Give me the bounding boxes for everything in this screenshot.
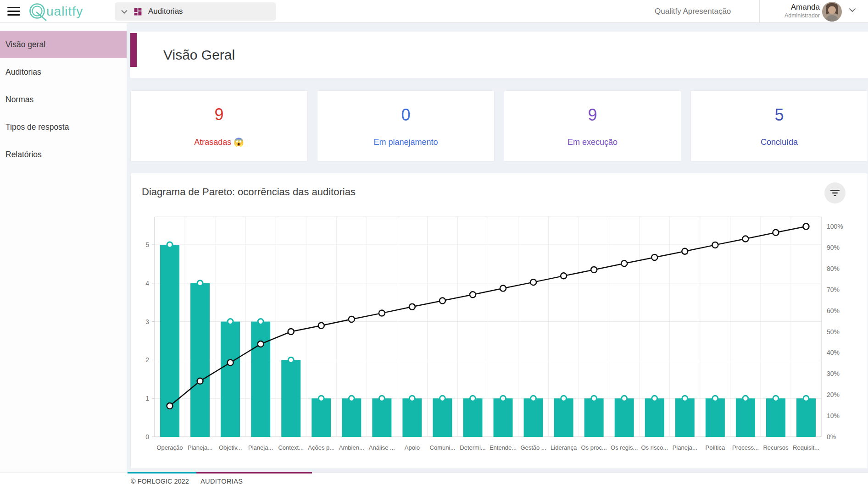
bar-marker (470, 396, 475, 401)
cumulative-point[interactable] (197, 378, 203, 384)
right-axis-label: 100% (827, 223, 843, 230)
stat-label: Em execução (568, 138, 618, 147)
bar-marker (622, 396, 627, 401)
cumulative-point[interactable] (258, 341, 264, 347)
bar-acoes-p[interactable] (312, 398, 331, 437)
bar-entende[interactable] (494, 398, 513, 437)
bar-politica[interactable] (706, 398, 725, 437)
user-menu[interactable]: Amanda Administrador (785, 2, 820, 19)
sidebar-item-auditorias[interactable]: Auditorias (0, 58, 127, 86)
cumulative-point[interactable] (379, 310, 385, 316)
x-axis-label: Comuni... (430, 444, 456, 451)
footer: © FORLOGIC 2022 AUDITORIAS (0, 473, 868, 490)
cumulative-point[interactable] (349, 316, 355, 322)
sidebar-item-relatorios[interactable]: Relatórios (0, 141, 127, 168)
cumulative-point[interactable] (470, 292, 476, 297)
cumulative-point[interactable] (288, 329, 294, 335)
qualitfy-logo[interactable]: ualitfy (27, 1, 114, 22)
bar-marker (652, 396, 657, 401)
bar-lideranca[interactable] (554, 398, 573, 437)
cumulative-point[interactable] (651, 254, 657, 260)
stat-value: 9 (588, 105, 597, 125)
x-axis-label: Context... (278, 444, 304, 451)
stat-card-em-planejamento[interactable]: 0Em planejamento (317, 90, 495, 162)
bar-apoio[interactable] (402, 398, 422, 437)
bar-marker (258, 319, 263, 325)
bar-analise[interactable] (372, 398, 391, 437)
x-axis-label: Os proc... (581, 444, 606, 451)
bar-recursos[interactable] (766, 398, 785, 437)
bar-context[interactable] (281, 360, 300, 437)
bar-planeja[interactable] (675, 398, 695, 437)
bar-ambien[interactable] (342, 398, 361, 437)
pareto-chart: 0123450%10%20%30%40%50%60%70%80%90%100%O… (131, 173, 868, 469)
cumulative-point[interactable] (773, 230, 779, 236)
cumulative-point[interactable] (409, 304, 415, 310)
right-axis-label: 0% (827, 433, 836, 440)
bar-planeja[interactable] (251, 322, 270, 437)
sidebar-item-tipos-de-resposta[interactable]: Tipos de resposta (0, 113, 127, 141)
page-title-band: Visão Geral (130, 32, 868, 78)
bar-marker (288, 357, 294, 363)
bar-gestao[interactable] (524, 398, 543, 437)
bar-marker (803, 396, 809, 401)
cumulative-point[interactable] (530, 279, 536, 285)
x-axis-label: Planeja... (673, 444, 697, 451)
cumulative-point[interactable] (561, 273, 567, 279)
footer-tab-auditorias[interactable]: AUDITORIAS (200, 473, 243, 490)
bar-marker (318, 396, 324, 401)
user-role: Administrador (785, 12, 820, 19)
user-menu-chevron-icon[interactable] (849, 8, 856, 12)
sidebar-list: Visão geralAuditoriasNormasTipos de resp… (0, 23, 127, 168)
stat-label: Em planejamento (373, 138, 438, 147)
module-selector[interactable]: Auditorias (115, 2, 276, 21)
cumulative-point[interactable] (318, 323, 324, 329)
x-axis-label: Análise ... (369, 444, 395, 451)
cumulative-point[interactable] (803, 224, 809, 230)
pareto-chart-card: Diagrama de Pareto: ocorrências das audi… (130, 173, 868, 469)
sidebar-item-visao-geral[interactable]: Visão geral (0, 31, 127, 58)
bar-process[interactable] (736, 398, 755, 437)
x-axis-label: Os risco... (641, 444, 668, 451)
bar-marker (561, 396, 567, 401)
bar-marker (197, 281, 203, 286)
stat-card-atrasadas[interactable]: 9Atrasadas 😱 (130, 90, 308, 162)
cumulative-point[interactable] (167, 403, 173, 409)
bar-determi[interactable] (463, 398, 482, 437)
bar-os-regis[interactable] (615, 398, 634, 437)
x-axis-label: Ações p... (308, 444, 334, 451)
cumulative-point[interactable] (712, 242, 718, 248)
x-axis-label: Recursos (763, 444, 788, 451)
cumulative-point[interactable] (500, 285, 506, 291)
header-divider (759, 0, 760, 23)
left-axis-label: 5 (145, 241, 149, 248)
bar-marker (682, 396, 688, 401)
left-axis-label: 4 (145, 280, 149, 287)
cumulative-point[interactable] (621, 260, 627, 266)
cumulative-point[interactable] (591, 267, 597, 273)
bar-planeja[interactable] (190, 283, 210, 437)
bar-os-risco[interactable] (645, 398, 664, 437)
bar-marker (531, 396, 536, 401)
bar-os-proc[interactable] (584, 398, 604, 437)
x-axis-label: Process... (732, 444, 759, 451)
cumulative-point[interactable] (440, 298, 445, 304)
left-axis-label: 1 (145, 395, 149, 402)
avatar[interactable] (822, 2, 842, 22)
bar-marker (591, 396, 597, 401)
stat-card-em-execucao[interactable]: 9Em execução (504, 90, 681, 162)
stat-card-concluida[interactable]: 5Concluída (690, 90, 868, 162)
bar-objetiv[interactable] (221, 322, 240, 437)
stat-value: 5 (774, 105, 784, 125)
sidebar-item-normas[interactable]: Normas (0, 86, 127, 113)
menu-icon[interactable] (7, 7, 20, 16)
stats-row: 9Atrasadas 😱0Em planejamento9Em execução… (130, 90, 868, 162)
bar-requisit[interactable] (796, 398, 816, 437)
right-axis-label: 20% (827, 391, 840, 398)
cumulative-point[interactable] (228, 359, 234, 365)
logo-text: ualitfy (46, 4, 83, 18)
cumulative-point[interactable] (742, 236, 748, 242)
bar-comuni[interactable] (433, 398, 452, 437)
x-axis-label: Planeja... (188, 444, 212, 451)
cumulative-point[interactable] (682, 248, 688, 254)
